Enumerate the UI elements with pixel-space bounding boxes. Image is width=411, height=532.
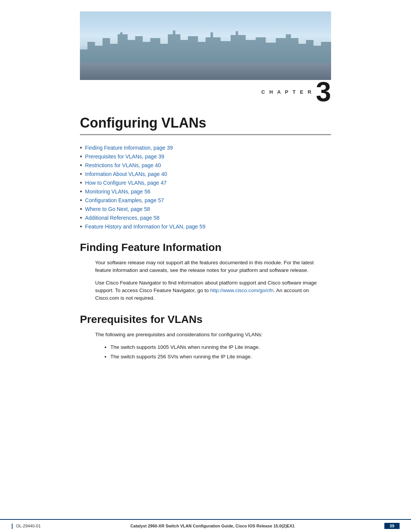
toc-item-1: • Prerequisites for VLANs, page39 — [80, 153, 331, 160]
toc-link-5[interactable]: Monitoring VLANs, page56 — [85, 189, 150, 195]
prereq-bullet-0: The switch supports 1005 VLANs when runn… — [110, 343, 331, 351]
prerequisites-heading: Prerequisites for VLANs — [80, 313, 331, 326]
toc-link-0[interactable]: Finding Feature Information, page39 — [85, 145, 173, 151]
finding-feature-heading: Finding Feature Information — [80, 241, 331, 254]
chapter-label-area: C H A P T E R 3 — [80, 78, 331, 105]
prerequisites-bullets: The switch supports 1005 VLANs when runn… — [80, 343, 331, 361]
toc-item-7: • Where to Go Next, page58 — [80, 206, 331, 212]
toc-page-6: 57 — [158, 197, 164, 203]
toc-item-6: • Configuration Examples, page57 — [80, 197, 331, 204]
chapter-title: Configuring VLANs — [80, 115, 331, 131]
header-image — [80, 11, 331, 80]
page-container: C H A P T E R 3 Configuring VLANs • Find… — [0, 0, 411, 532]
toc-item-0: • Finding Feature Information, page39 — [80, 144, 331, 151]
toc-bullet-1: • — [80, 153, 82, 160]
toc-bullet-7: • — [80, 206, 82, 212]
footer-left: | OL-29440-01 — [11, 523, 41, 529]
chapter-label: C H A P T E R — [261, 89, 313, 95]
footer-bar: | — [11, 523, 13, 529]
toc-link-8[interactable]: Additional References, page58 — [85, 215, 159, 221]
toc-page-3: 40 — [161, 171, 167, 177]
city-skyline-graphic — [80, 11, 331, 80]
toc-item-9: • Feature History and Information for VL… — [80, 223, 331, 230]
toc-page-7: 58 — [144, 206, 150, 212]
toc-item-5: • Monitoring VLANs, page56 — [80, 188, 331, 195]
toc-link-6[interactable]: Configuration Examples, page57 — [85, 197, 164, 203]
finding-feature-para-1: Your software release may not support al… — [80, 259, 331, 275]
footer-doc-number: OL-29440-01 — [16, 524, 41, 528]
toc-item-4: • How to Configure VLANs, page47 — [80, 179, 331, 186]
toc-label-2: Restrictions for VLANs, page — [85, 162, 154, 168]
toc-page-5: 56 — [144, 189, 150, 195]
prereq-bullet-text-0: The switch supports 1005 VLANs when runn… — [110, 344, 260, 350]
toc-bullet-8: • — [80, 214, 82, 221]
cisco-cfn-link[interactable]: http://www.cisco.com/go/cfn — [210, 288, 274, 293]
footer-page-number: 39 — [384, 523, 400, 529]
toc-link-9[interactable]: Feature History and Information for VLAN… — [85, 224, 206, 230]
toc-page-2: 40 — [155, 162, 161, 168]
toc-bullet-4: • — [80, 179, 82, 186]
toc-link-3[interactable]: Information About VLANs, page40 — [85, 171, 167, 177]
finding-feature-para-2: Use Cisco Feature Navigator to find info… — [80, 279, 331, 302]
toc-label-6: Configuration Examples, page — [85, 197, 157, 203]
prereq-bullet-1: The switch supports 256 SVIs when runnin… — [110, 353, 331, 361]
toc-bullet-9: • — [80, 223, 82, 230]
toc-bullet-2: • — [80, 162, 82, 169]
toc-bullet-0: • — [80, 144, 82, 151]
finding-feature-text-1: Your software release may not support al… — [95, 260, 314, 273]
toc-label-1: Prerequisites for VLANs, page — [85, 153, 157, 160]
content-area: Configuring VLANs • Finding Feature Info… — [80, 105, 331, 365]
toc-label-9: Feature History and Information for VLAN… — [85, 224, 198, 230]
page-footer: | OL-29440-01 Catalyst 2960-XR Switch VL… — [0, 519, 411, 532]
toc-list: • Finding Feature Information, page39 • … — [80, 144, 331, 230]
toc-link-7[interactable]: Where to Go Next, page58 — [85, 206, 150, 212]
toc-label-0: Finding Feature Information, page — [85, 145, 166, 151]
toc-page-0: 39 — [167, 145, 173, 151]
toc-label-7: Where to Go Next, page — [85, 206, 143, 212]
toc-item-2: • Restrictions for VLANs, page40 — [80, 162, 331, 169]
toc-page-4: 47 — [161, 180, 167, 186]
toc-link-2[interactable]: Restrictions for VLANs, page40 — [85, 162, 161, 168]
toc-link-1[interactable]: Prerequisites for VLANs, page39 — [85, 153, 164, 160]
title-underline — [80, 134, 331, 135]
toc-label-3: Information About VLANs, page — [85, 171, 160, 177]
toc-link-4[interactable]: How to Configure VLANs, page47 — [85, 180, 167, 186]
toc-label-5: Monitoring VLANs, page — [85, 189, 143, 195]
toc-item-8: • Additional References, page58 — [80, 214, 331, 221]
prerequisites-intro: The following are prerequisites and cons… — [80, 331, 331, 339]
toc-bullet-3: • — [80, 171, 82, 177]
footer-center: Catalyst 2960-XR Switch VLAN Configurati… — [131, 524, 295, 528]
prereq-bullet-text-1: The switch supports 256 SVIs when runnin… — [110, 354, 252, 359]
toc-label-8: Additional References, page — [85, 215, 152, 221]
toc-bullet-5: • — [80, 188, 82, 195]
toc-page-1: 39 — [158, 153, 164, 160]
toc-label-4: How to Configure VLANs, page — [85, 180, 159, 186]
toc-item-3: • Information About VLANs, page40 — [80, 171, 331, 177]
toc-page-8: 58 — [154, 215, 160, 221]
toc-bullet-6: • — [80, 197, 82, 204]
chapter-number: 3 — [316, 78, 331, 105]
toc-page-9: 59 — [199, 224, 206, 230]
